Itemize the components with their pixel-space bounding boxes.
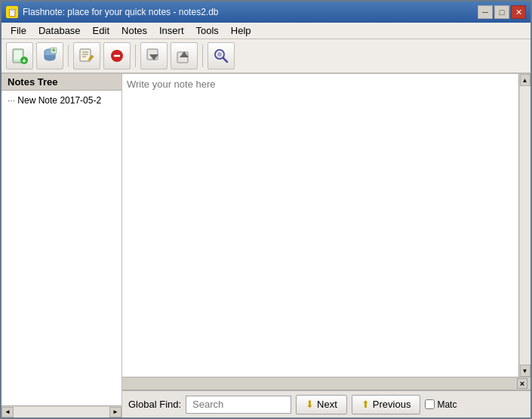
database-icon: + (41, 47, 59, 65)
new-note-button[interactable]: + (6, 42, 33, 69)
next-arrow-icon: ⬇ (306, 399, 314, 410)
app-window: 📋 Flashnote: place for your quick notes … (0, 0, 532, 419)
notes-panel-content: ··· New Note 2017-05-2 (2, 91, 121, 405)
scroll-right-arrow[interactable]: ► (109, 407, 121, 417)
notes-h-scrollbar[interactable]: ◄ ► (2, 405, 121, 417)
menu-help[interactable]: Help (225, 23, 257, 38)
findbar-close-button[interactable]: × (517, 378, 527, 389)
move-down-button[interactable] (140, 42, 168, 69)
match-check[interactable]: Matc (425, 399, 457, 410)
move-up-button[interactable] (171, 42, 198, 69)
menu-tools[interactable]: Tools (190, 23, 225, 38)
prev-arrow-icon: ⬆ (361, 399, 370, 410)
find-label: Global Find: (128, 399, 181, 410)
editor-scrollbar-area: ▲ ▼ (122, 74, 530, 377)
tree-item-label: New Note 2017-05-2 (17, 95, 101, 106)
editor-v-scrollbar: ▲ ▼ (518, 74, 530, 377)
edit-button[interactable] (73, 42, 100, 69)
new-note-icon: + (11, 47, 29, 65)
next-button[interactable]: ⬇ Next (296, 395, 347, 414)
delete-button[interactable] (103, 42, 131, 69)
v-scroll-track (520, 86, 530, 365)
move-up-icon (175, 47, 193, 65)
database-button[interactable]: + (36, 42, 63, 69)
find-icon (212, 47, 230, 65)
menu-edit[interactable]: Edit (87, 23, 115, 38)
note-editor[interactable] (122, 74, 518, 377)
next-label: Next (317, 399, 337, 410)
title-buttons: ─ □ ✕ (478, 5, 526, 19)
notes-panel-header: Notes Tree (2, 74, 121, 91)
toolbar: + + (2, 39, 530, 74)
previous-button[interactable]: ⬆ Previous (352, 395, 421, 414)
move-down-icon (145, 47, 163, 65)
find-input-wrap[interactable]: ✕ (186, 396, 291, 414)
toolbar-separator-2 (135, 45, 136, 67)
scroll-up-arrow[interactable]: ▲ (520, 74, 530, 86)
find-button[interactable] (208, 42, 235, 69)
title-bar: 📋 Flashnote: place for your quick notes … (2, 2, 530, 23)
main-area: Notes Tree ··· New Note 2017-05-2 ◄ ► ▲ (2, 74, 530, 417)
close-bar: × (122, 377, 530, 390)
tree-item[interactable]: ··· New Note 2017-05-2 (5, 94, 118, 107)
find-bar: Global Find: ✕ ⬇ Next ⬆ Previous (122, 390, 530, 417)
menu-bar: File Database Edit Notes Insert Tools He… (2, 23, 530, 39)
title-bar-left: 📋 Flashnote: place for your quick notes … (6, 6, 218, 18)
toolbar-separator-1 (68, 45, 69, 67)
match-label: Matc (437, 399, 457, 410)
previous-label: Previous (373, 399, 411, 410)
match-checkbox[interactable] (425, 399, 435, 409)
svg-text:+: + (22, 57, 26, 65)
edit-icon (78, 47, 96, 65)
svg-point-19 (217, 52, 222, 57)
menu-insert[interactable]: Insert (153, 23, 190, 38)
app-icon: 📋 (6, 6, 18, 18)
window-title: Flashnote: place for your quick notes - … (23, 7, 218, 17)
menu-notes[interactable]: Notes (115, 23, 153, 38)
maximize-button[interactable]: □ (494, 5, 509, 19)
svg-rect-1 (14, 51, 22, 60)
toolbar-separator-3 (202, 45, 203, 67)
menu-file[interactable]: File (5, 23, 32, 38)
close-button[interactable]: ✕ (511, 5, 526, 19)
tree-prefix: ··· (8, 95, 15, 106)
svg-line-18 (223, 58, 228, 63)
scroll-down-arrow[interactable]: ▼ (520, 365, 530, 377)
delete-icon (108, 47, 126, 65)
minimize-button[interactable]: ─ (478, 5, 493, 19)
h-scroll-track (14, 407, 109, 417)
editor-panel: ▲ ▼ × Global Find: ✕ (122, 74, 530, 417)
svg-text:+: + (52, 48, 55, 53)
scroll-left-arrow[interactable]: ◄ (2, 407, 14, 417)
menu-database[interactable]: Database (32, 23, 87, 38)
notes-panel: Notes Tree ··· New Note 2017-05-2 ◄ ► (2, 74, 122, 417)
